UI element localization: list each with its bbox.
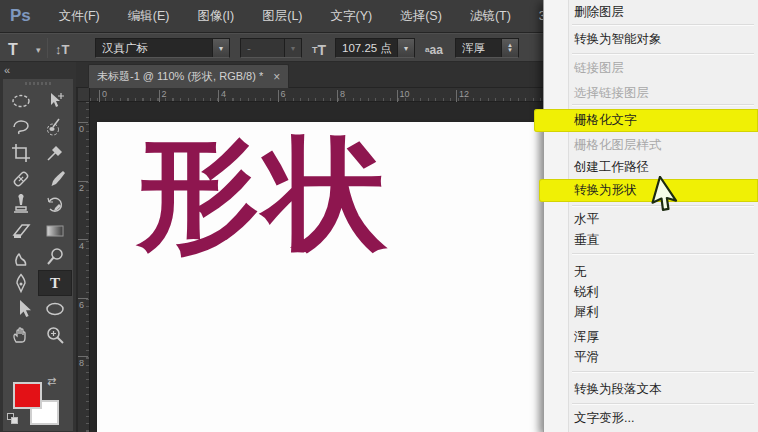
anti-alias-icon: aaa bbox=[425, 36, 443, 63]
clone-stamp-tool-icon[interactable] bbox=[4, 192, 38, 218]
smudge-tool-icon[interactable] bbox=[4, 244, 38, 270]
context-menu-item[interactable]: 创建工作路径 bbox=[544, 157, 758, 178]
zoom-tool-icon[interactable] bbox=[38, 322, 72, 348]
ruler-label: 0 bbox=[79, 124, 84, 134]
menubar-item-6[interactable]: 选择(S) bbox=[386, 0, 456, 33]
tools-panel: T ⇄ bbox=[2, 78, 74, 432]
ruler-label: 4 bbox=[221, 89, 226, 99]
healing-brush-tool-icon[interactable] bbox=[4, 166, 38, 192]
ruler-label: 6 bbox=[79, 300, 84, 310]
close-tab-icon[interactable]: × bbox=[273, 70, 280, 84]
crop-tool-icon[interactable] bbox=[4, 140, 38, 166]
lasso-tool-icon[interactable] bbox=[4, 114, 38, 140]
move-tool-icon[interactable] bbox=[38, 88, 72, 114]
menu-separator bbox=[572, 24, 754, 26]
font-style-value: - bbox=[241, 42, 284, 54]
default-colors-icon[interactable] bbox=[7, 413, 19, 425]
canvas[interactable]: 形状 bbox=[97, 122, 559, 432]
ruler-label: 8 bbox=[79, 358, 84, 368]
menu-separator bbox=[572, 104, 754, 106]
ellipse-tool-icon[interactable] bbox=[38, 296, 72, 322]
menubar-item-4[interactable]: 图层(L) bbox=[248, 0, 316, 33]
context-menu-item: 栅格化图层样式 bbox=[544, 135, 758, 156]
context-menu-item: 链接图层 bbox=[544, 58, 758, 79]
chevron-down-icon[interactable]: ▾ bbox=[397, 39, 414, 57]
font-family-select[interactable]: 汉真广标 ▾ bbox=[95, 38, 230, 58]
context-menu-item[interactable]: 浑厚 bbox=[544, 327, 758, 348]
panel-grip[interactable] bbox=[3, 79, 73, 88]
font-size-icon: TT bbox=[312, 36, 326, 63]
anti-alias-value: 浑厚 bbox=[456, 41, 501, 56]
spinner-arrows-icon[interactable]: ▲▼ bbox=[501, 39, 518, 57]
ruler-label: 8 bbox=[340, 89, 345, 99]
chevron-down-icon[interactable]: ▾ bbox=[212, 39, 229, 57]
mouse-cursor-icon bbox=[650, 176, 692, 218]
anti-alias-select[interactable]: 浑厚 ▲▼ bbox=[455, 38, 519, 58]
menubar-item-5[interactable]: 文字(Y) bbox=[317, 0, 387, 33]
context-menu-item[interactable]: 平滑 bbox=[544, 347, 758, 368]
ruler-label: 0 bbox=[102, 89, 107, 99]
context-menu-item[interactable]: 转换为段落文本 bbox=[544, 379, 758, 400]
eyedropper-tool-icon[interactable] bbox=[38, 140, 72, 166]
ruler-label: 2 bbox=[79, 183, 84, 193]
tools-strip: « T ⇄ bbox=[0, 62, 76, 432]
vertical-ruler: 02468 bbox=[78, 102, 90, 432]
context-menu-item[interactable]: 犀利 bbox=[544, 302, 758, 323]
swap-colors-icon[interactable]: ⇄ bbox=[47, 375, 56, 388]
ruler-label: 10 bbox=[400, 89, 410, 99]
ruler-corner bbox=[78, 88, 90, 102]
ruler-label: 12 bbox=[459, 89, 469, 99]
gradient-tool-icon[interactable] bbox=[38, 218, 72, 244]
font-family-value: 汉真广标 bbox=[96, 41, 212, 56]
canvas-text: 形状 bbox=[137, 130, 393, 258]
photoshop-logo: Ps bbox=[0, 6, 45, 26]
chevron-down-icon: ▾ bbox=[284, 39, 301, 57]
context-menu-item[interactable]: 锐利 bbox=[544, 282, 758, 303]
hand-tool-icon[interactable] bbox=[4, 322, 38, 348]
menu-separator bbox=[572, 403, 754, 405]
menubar-item-3[interactable]: 图像(I) bbox=[183, 0, 248, 33]
menubar-item-2[interactable]: 编辑(E) bbox=[114, 0, 184, 33]
context-menu-item[interactable]: 栅格化文字 bbox=[544, 110, 758, 131]
context-menu-item[interactable]: 无 bbox=[544, 262, 758, 283]
context-menu-item[interactable]: 删除图层 bbox=[544, 2, 758, 23]
dodge-tool-icon[interactable] bbox=[38, 244, 72, 270]
divider bbox=[47, 38, 48, 58]
eraser-tool-icon[interactable] bbox=[4, 218, 38, 244]
history-brush-tool-icon[interactable] bbox=[38, 192, 72, 218]
font-style-select: - ▾ bbox=[240, 38, 302, 58]
collapse-panel-icon[interactable]: « bbox=[4, 64, 8, 76]
color-swatches: ⇄ bbox=[3, 375, 75, 432]
font-size-value: 107.25 点 bbox=[336, 41, 397, 56]
text-orientation-icon[interactable]: ↕T bbox=[55, 36, 69, 63]
quick-selection-tool-icon[interactable] bbox=[38, 114, 72, 140]
menubar-item-1[interactable]: 文件(F) bbox=[45, 0, 114, 33]
menu-separator bbox=[572, 253, 754, 255]
type-tool-preset-icon[interactable]: T bbox=[8, 36, 18, 63]
chevron-down-icon[interactable]: ▾ bbox=[36, 36, 41, 63]
ruler-label: 4 bbox=[79, 241, 84, 251]
menubar-item-7[interactable]: 滤镜(T) bbox=[456, 0, 525, 33]
ruler-label: 2 bbox=[162, 89, 167, 99]
elliptical-marquee-tool-icon[interactable] bbox=[4, 88, 38, 114]
document-tab-title: 未标题-1 @ 110% (形状, RGB/8) * bbox=[97, 69, 263, 84]
menu-separator bbox=[572, 53, 754, 55]
path-selection-tool-icon[interactable] bbox=[4, 296, 38, 322]
context-menu-item[interactable]: 文字变形... bbox=[544, 408, 758, 429]
type-tool-icon[interactable]: T bbox=[38, 270, 72, 296]
context-menu-item[interactable]: 垂直 bbox=[544, 230, 758, 251]
brush-tool-icon[interactable] bbox=[38, 166, 72, 192]
document-tab[interactable]: 未标题-1 @ 110% (形状, RGB/8) * × bbox=[88, 64, 289, 88]
context-menu-item[interactable]: 转换为智能对象 bbox=[544, 29, 758, 50]
context-menu-item: 选择链接图层 bbox=[544, 83, 758, 104]
font-size-select[interactable]: 107.25 点 ▾ bbox=[335, 38, 415, 58]
pen-tool-icon[interactable] bbox=[4, 270, 38, 296]
menu-separator bbox=[572, 371, 754, 373]
foreground-color-swatch[interactable] bbox=[13, 382, 42, 409]
ruler-label: 6 bbox=[281, 89, 286, 99]
